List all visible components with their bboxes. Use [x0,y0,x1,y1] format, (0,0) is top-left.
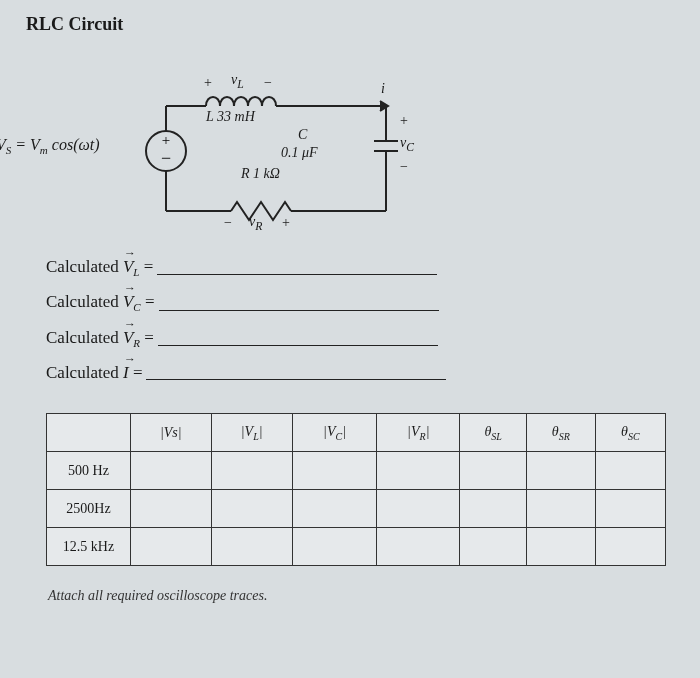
blank-i[interactable] [146,379,446,380]
calc-line-vl: Calculated VL = [46,257,674,278]
cell[interactable] [131,528,212,566]
cell[interactable] [595,528,665,566]
calc-line-vr: Calculated VR = [46,328,674,349]
table-row: 500 Hz [47,452,666,490]
th-blank [47,414,131,452]
vC-plus: + [400,113,408,129]
vL-label: vL [231,72,244,91]
vR-label: vR [249,214,262,233]
C-value: 0.1 μF [281,145,318,161]
svg-text:+: + [162,132,170,148]
cell[interactable] [526,452,595,490]
C-letter: C [298,127,307,143]
row-12k5hz: 12.5 kHz [47,528,131,566]
R-label: R 1 kΩ [241,166,280,182]
svg-text:−: − [161,148,171,168]
cell[interactable] [526,490,595,528]
blank-vl[interactable] [157,274,437,275]
results-table: |Vs| |VL| |VC| |VR| θSL θSR θSC 500 Hz 2… [46,413,666,566]
calc-line-i: Calculated I = [46,363,674,383]
th-vs: |Vs| [131,414,212,452]
calculated-block: Calculated VL = Calculated VC = Calculat… [46,257,674,383]
th-vc: |VC| [292,414,377,452]
cell[interactable] [595,490,665,528]
table-header-row: |Vs| |VL| |VC| |VR| θSL θSR θSC [47,414,666,452]
cell[interactable] [377,528,460,566]
cell[interactable] [526,528,595,566]
cell[interactable] [131,490,212,528]
vL-plus: + [204,75,212,91]
blank-vc[interactable] [159,310,439,311]
th-vr: |VR| [377,414,460,452]
vL-minus: − [264,75,272,91]
cell[interactable] [211,490,292,528]
calc-line-vc: Calculated VC = [46,292,674,313]
page-title: RLC Circuit [26,14,674,35]
cell[interactable] [292,490,377,528]
th-vl: |VL| [211,414,292,452]
th-tsc: θSC [595,414,665,452]
cell[interactable] [377,452,460,490]
cell[interactable] [460,490,527,528]
vR-minus: − [224,215,232,231]
footnote: Attach all required oscilloscope traces. [48,588,674,604]
th-tsr: θSR [526,414,595,452]
table-row: 2500Hz [47,490,666,528]
cell[interactable] [131,452,212,490]
vC-label: vC [400,135,414,154]
cell[interactable] [460,452,527,490]
L-label: L 33 mH [206,109,255,125]
cell[interactable] [211,452,292,490]
cell[interactable] [460,528,527,566]
cell[interactable] [595,452,665,490]
vR-plus: + [282,215,290,231]
vC-minus: − [400,159,408,175]
i-label: i [381,81,385,97]
cell[interactable] [292,528,377,566]
row-500hz: 500 Hz [47,452,131,490]
source-label: VS = Vm cos(ωt) [0,136,100,156]
th-tsl: θSL [460,414,527,452]
circuit-diagram: VS = Vm cos(ωt) [86,51,466,241]
blank-vr[interactable] [158,345,438,346]
cell[interactable] [377,490,460,528]
cell[interactable] [211,528,292,566]
cell[interactable] [292,452,377,490]
row-2500hz: 2500Hz [47,490,131,528]
table-row: 12.5 kHz [47,528,666,566]
